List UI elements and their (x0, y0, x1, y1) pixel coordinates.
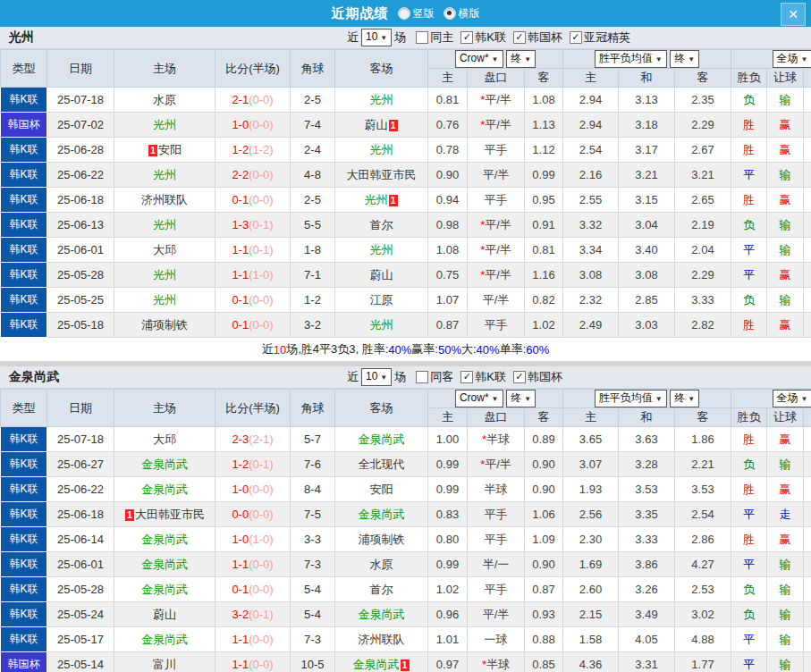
match-count-select[interactable]: 10▼ (361, 368, 392, 386)
checkbox-checked-icon[interactable]: ✓ (513, 371, 526, 383)
filter-check-3[interactable]: ✓亚冠精英 (562, 29, 630, 46)
bookmaker-select[interactable]: Crow*▼ (455, 390, 503, 407)
checkbox-checked-icon[interactable]: ✓ (513, 31, 526, 44)
league-cell: 韩K联 (1, 552, 47, 577)
date-cell: 25-06-18 (47, 188, 114, 213)
match-count-select[interactable]: 10▼ (361, 29, 392, 46)
home-team-cell: 浦项制铁 (114, 313, 215, 338)
halftime-score: (2-1) (249, 433, 273, 446)
fulltime-score: 0-1 (232, 318, 249, 332)
filter-check-0[interactable]: 同主 (409, 29, 453, 46)
result-wdl: 胜 (731, 188, 767, 213)
handicap-home-odds: 0.97 (428, 652, 468, 672)
match-row: 韩国杯25-07-02光州1-0(0-0)7-4蔚山10.76*平/半1.132… (1, 113, 811, 138)
handicap-final-select[interactable]: 终▼ (506, 50, 536, 68)
league-cell: 韩K联 (1, 313, 47, 338)
avg-final-select-value: 终 (674, 391, 685, 404)
radio-horizontal-icon[interactable] (444, 7, 456, 20)
handicap-final-select-value: 终 (511, 52, 521, 64)
odds-value: 1.08 (436, 243, 459, 256)
halftime-score: (0-0) (249, 93, 273, 106)
handicap-away-odds: 0.87 (525, 577, 563, 602)
filter-check-0[interactable]: 同客 (409, 369, 453, 385)
odds-value: 1.02 (436, 583, 459, 596)
handicap-home-odds: 0.99 (428, 552, 468, 577)
dropdown-arrow-icon: ▼ (801, 395, 808, 403)
bookmaker-select[interactable]: Crow*▼ (455, 50, 503, 68)
avg-odds-select[interactable]: 胜平负均值▼ (595, 390, 667, 407)
team-label: 富川 (153, 658, 176, 671)
result-wdl: 负 (731, 288, 767, 313)
team-label: 金泉尚武 (353, 658, 400, 671)
match-count-select-value: 10 (366, 370, 377, 382)
checkbox-unchecked-icon[interactable] (416, 31, 428, 44)
result-wdl: 平 (731, 263, 767, 288)
avg-final-select[interactable]: 终▼ (670, 390, 699, 407)
corners-cell: 8-4 (291, 477, 335, 502)
league-cell: 韩国杯 (1, 652, 47, 672)
team-label: 江原 (370, 293, 393, 307)
odds-value: 平手 (485, 583, 508, 596)
scope-group-header: 全场▼ (731, 390, 811, 408)
avg-away-odds: 4.88 (675, 627, 731, 652)
avg-home-odds: 3.32 (563, 213, 619, 238)
result-goals: 小 (804, 288, 811, 313)
red-card-badge: 1 (389, 195, 398, 206)
filter-check-1[interactable]: ✓韩K联 (453, 369, 506, 385)
date-cell: 25-05-14 (47, 652, 114, 672)
filter-check-1[interactable]: ✓韩K联 (453, 29, 506, 46)
away-team-cell: 首尔 (335, 577, 428, 602)
sub-column-header: 主 (563, 69, 619, 88)
handicap-final-select[interactable]: 终▼ (506, 390, 536, 407)
avg-odds-select[interactable]: 胜平负均值▼ (595, 50, 667, 68)
layout-option-horizontal[interactable]: 横版 (444, 6, 480, 21)
result-goals: 小 (804, 652, 811, 672)
radio-vertical-icon[interactable] (398, 7, 410, 20)
result-handicap: 输 (767, 88, 804, 113)
checkbox-checked-icon[interactable]: ✓ (460, 371, 473, 383)
result-goals: 小 (804, 188, 811, 213)
match-row: 韩K联25-06-22金泉尚武1-0(0-0)8-4安阳0.99半球0.901.… (1, 477, 811, 502)
avg-draw-odds: 3.13 (619, 88, 675, 113)
odds-value: 平手 (485, 318, 508, 332)
scope-select[interactable]: 全场▼ (773, 390, 811, 407)
checkbox-unchecked-icon[interactable] (416, 371, 428, 383)
filter-check-2[interactable]: ✓韩国杯 (506, 29, 562, 46)
summary-part: 近 (262, 341, 274, 357)
scope-select[interactable]: 全场▼ (773, 50, 811, 68)
date-cell: 25-06-22 (47, 163, 114, 188)
avg-away-odds: 2.86 (675, 527, 731, 552)
filter-near-label: 近 (347, 29, 359, 46)
league-cell: 韩K联 (1, 138, 47, 163)
layout-option-vertical[interactable]: 竖版 (398, 6, 435, 21)
handicap-away-odds: 0.89 (525, 427, 563, 452)
filter-check-2[interactable]: ✓韩国杯 (506, 369, 562, 385)
date-cell: 25-05-17 (47, 627, 114, 652)
filter-check-label: 同主 (430, 29, 453, 46)
close-button[interactable]: ✕ (781, 3, 806, 26)
result-goals: 小 (804, 577, 811, 602)
match-row: 韩K联25-06-27金泉尚武1-2(0-1)7-6全北现代0.99*平/半0.… (1, 452, 811, 477)
league-cell: 韩K联 (1, 288, 47, 313)
date-cell: 25-05-28 (47, 263, 114, 288)
team-label: 水原 (153, 93, 176, 106)
summary-part: 40% (388, 343, 411, 357)
fulltime-score: 2-1 (232, 93, 249, 106)
checkbox-checked-icon[interactable]: ✓ (460, 31, 473, 44)
handicap-away-odds: 1.12 (525, 138, 563, 163)
avg-final-select[interactable]: 终▼ (670, 50, 699, 68)
league-cell: 韩国杯 (1, 113, 47, 138)
result-goals: 大 (804, 427, 811, 452)
handicap-away-odds: 0.81 (525, 238, 563, 263)
result-goals: 小 (804, 552, 811, 577)
match-row: 韩K联25-05-18浦项制铁0-1(0-0)3-2光州0.87平手1.022.… (1, 313, 811, 338)
home-team-cell: 1大田韩亚市民 (114, 502, 215, 527)
checkbox-checked-icon[interactable]: ✓ (570, 31, 582, 44)
score-cell: 2-2(0-0) (215, 163, 291, 188)
team-label: 蔚山 (370, 268, 393, 281)
avg-draw-odds: 3.21 (619, 163, 675, 188)
score-cell: 1-3(0-1) (215, 213, 291, 238)
team-label: 金泉尚武 (141, 483, 188, 496)
fulltime-score: 1-1 (232, 268, 249, 281)
fulltime-score: 1-2 (232, 143, 249, 156)
